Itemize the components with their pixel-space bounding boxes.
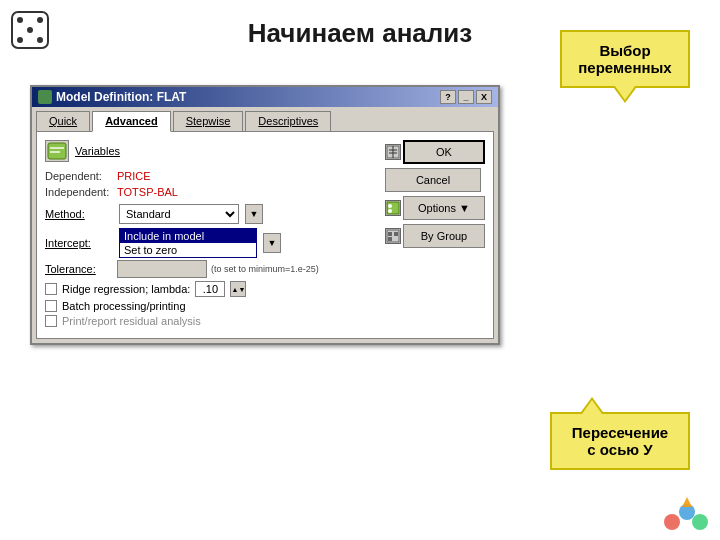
svg-point-2 bbox=[27, 27, 33, 33]
bottom-decoration bbox=[662, 492, 712, 532]
callout-variables: Выбор переменных bbox=[560, 30, 690, 88]
ridge-checkbox[interactable] bbox=[45, 283, 57, 295]
svg-rect-17 bbox=[388, 232, 392, 236]
options-button[interactable]: Options ▼ bbox=[403, 196, 485, 220]
ok-icon bbox=[385, 144, 401, 160]
lambda-input[interactable] bbox=[195, 281, 225, 297]
method-row: Method: Standard ▼ bbox=[45, 204, 377, 224]
tab-descriptives[interactable]: Descriptives bbox=[245, 111, 331, 131]
svg-point-5 bbox=[17, 37, 23, 43]
variables-icon bbox=[45, 140, 69, 162]
options-icon bbox=[385, 200, 401, 216]
ok-button[interactable]: OK bbox=[403, 140, 485, 164]
tabs-row: Quick Advanced Stepwise Descriptives bbox=[32, 107, 498, 131]
bygroup-icon bbox=[385, 228, 401, 244]
dialog-inner: Variables Dependent: PRICE Independent: … bbox=[45, 140, 485, 330]
intercept-dropdown[interactable]: Include in model Set to zero bbox=[119, 228, 257, 258]
svg-point-3 bbox=[37, 37, 43, 43]
variables-btn-row: Variables bbox=[45, 140, 377, 162]
svg-rect-7 bbox=[50, 147, 64, 149]
options-btn-row: Options ▼ bbox=[385, 196, 485, 220]
dialog-title-icon bbox=[38, 90, 52, 104]
dialog-titlebar: Model Definition: FLAT ? _ X bbox=[32, 87, 498, 107]
independent-row: Independent: TOTSP-BAL bbox=[45, 186, 377, 198]
lambda-spinner[interactable]: ▲▼ bbox=[230, 281, 246, 297]
print-checkbox[interactable] bbox=[45, 315, 57, 327]
tolerance-input[interactable] bbox=[117, 260, 207, 278]
method-select[interactable]: Standard bbox=[119, 204, 239, 224]
tab-advanced[interactable]: Advanced bbox=[92, 111, 171, 132]
dice-icon bbox=[10, 10, 50, 50]
print-label: Print/report residual analysis bbox=[62, 315, 201, 327]
close-button[interactable]: X bbox=[476, 90, 492, 104]
dialog-content: Variables Dependent: PRICE Independent: … bbox=[36, 131, 494, 339]
intercept-label: Intercept: bbox=[45, 237, 113, 249]
independent-label: Independent: bbox=[45, 186, 113, 198]
svg-point-14 bbox=[388, 204, 392, 208]
batch-checkbox[interactable] bbox=[45, 300, 57, 312]
help-button[interactable]: ? bbox=[440, 90, 456, 104]
method-dropdown-btn[interactable]: ▼ bbox=[245, 204, 263, 224]
svg-point-15 bbox=[388, 209, 392, 213]
dialog-left: Variables Dependent: PRICE Independent: … bbox=[45, 140, 377, 330]
intercept-dropdown-btn[interactable]: ▼ bbox=[263, 233, 281, 253]
intercept-option-zero[interactable]: Set to zero bbox=[120, 243, 256, 257]
bygroup-button[interactable]: By Group bbox=[403, 224, 485, 248]
intercept-option-include[interactable]: Include in model bbox=[120, 229, 256, 243]
tab-stepwise[interactable]: Stepwise bbox=[173, 111, 244, 131]
batch-label: Batch processing/printing bbox=[62, 300, 186, 312]
svg-point-4 bbox=[37, 17, 43, 23]
callout-intersection: Пересечение с осью У bbox=[550, 412, 690, 470]
svg-point-22 bbox=[692, 514, 708, 530]
batch-row: Batch processing/printing bbox=[45, 300, 377, 312]
tolerance-row: Tolerance: (to set to minimum=1.e-25) bbox=[45, 260, 377, 278]
dependent-row: Dependent: PRICE bbox=[45, 170, 377, 182]
ok-btn-row: OK bbox=[385, 140, 485, 164]
dialog-window: Model Definition: FLAT ? _ X Quick Advan… bbox=[30, 85, 500, 345]
svg-point-1 bbox=[17, 17, 23, 23]
dialog-title-group: Model Definition: FLAT bbox=[38, 90, 186, 104]
intercept-row: Intercept: Include in model Set to zero … bbox=[45, 228, 377, 258]
svg-marker-23 bbox=[682, 497, 692, 507]
svg-rect-18 bbox=[394, 232, 398, 236]
print-row: Print/report residual analysis bbox=[45, 315, 377, 327]
dialog-right: OK Cancel Options ▼ bbox=[385, 140, 485, 330]
dialog-controls: ? _ X bbox=[440, 90, 492, 104]
bygroup-btn-row: By Group bbox=[385, 224, 485, 248]
cancel-button[interactable]: Cancel bbox=[385, 168, 481, 192]
ridge-label: Ridge regression; lambda: bbox=[62, 283, 190, 295]
variables-button[interactable]: Variables bbox=[75, 145, 120, 157]
minimize-button[interactable]: _ bbox=[458, 90, 474, 104]
tolerance-label: Tolerance: bbox=[45, 263, 113, 275]
svg-rect-19 bbox=[388, 237, 392, 241]
tolerance-note: (to set to minimum=1.e-25) bbox=[211, 264, 319, 274]
dialog-title-text: Model Definition: FLAT bbox=[56, 90, 186, 104]
svg-point-20 bbox=[664, 514, 680, 530]
independent-value: TOTSP-BAL bbox=[117, 186, 178, 198]
svg-rect-8 bbox=[50, 151, 60, 153]
dependent-value: PRICE bbox=[117, 170, 151, 182]
method-label: Method: bbox=[45, 208, 113, 220]
ridge-row: Ridge regression; lambda: ▲▼ bbox=[45, 281, 377, 297]
dependent-label: Dependent: bbox=[45, 170, 113, 182]
tab-quick[interactable]: Quick bbox=[36, 111, 90, 131]
